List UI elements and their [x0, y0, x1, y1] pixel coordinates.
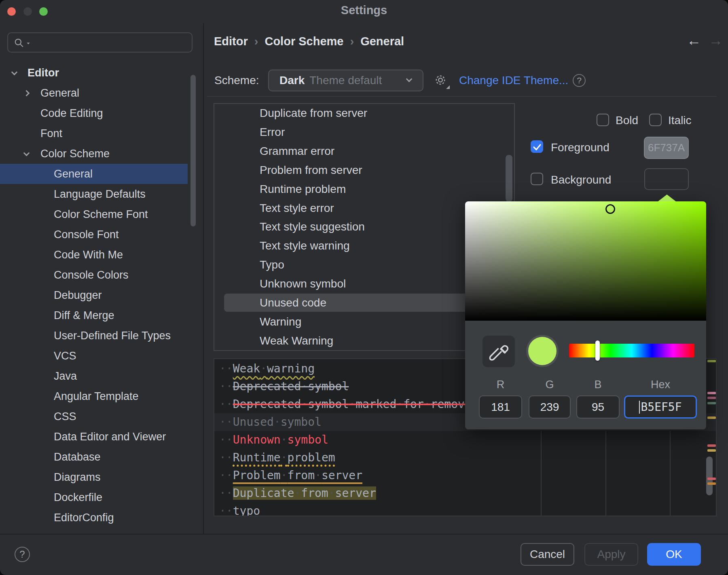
scheme-value-suffix: Theme default — [309, 74, 382, 87]
sidebar-item-general[interactable]: General — [0, 83, 188, 103]
sidebar-item-data-editor-and-viewer[interactable]: Data Editor and Viewer — [0, 427, 188, 447]
sidebar-item-language-defaults[interactable]: Language Defaults — [0, 184, 188, 204]
cancel-button[interactable]: Cancel — [521, 543, 574, 566]
sidebar-item-console-font[interactable]: Console Font — [0, 224, 188, 245]
attribute-label: Typo — [214, 258, 284, 271]
blue-input[interactable]: 95 — [576, 395, 620, 419]
hue-slider[interactable] — [569, 344, 694, 357]
eyedropper-icon — [483, 336, 515, 367]
attribute-label: Problem from server — [214, 164, 362, 177]
attribute-label: Text style warning — [214, 239, 350, 252]
breadcrumb-item[interactable]: Color Scheme — [265, 35, 343, 48]
bold-checkbox[interactable] — [597, 114, 609, 126]
error-stripe-mark — [707, 392, 716, 394]
sidebar-item-editor[interactable]: Editor — [0, 63, 188, 83]
chevron-right-icon[interactable] — [23, 90, 30, 96]
change-ide-theme-link[interactable]: Change IDE Theme... — [459, 74, 568, 87]
breadcrumb-separator-icon: › — [254, 35, 258, 48]
sidebar-item-label: General — [54, 168, 93, 180]
attribute-list-scrollbar[interactable] — [506, 155, 512, 202]
foreground-label: Foreground — [551, 141, 609, 154]
attribute-row-duplicate-from-server[interactable]: Duplicate from server — [214, 104, 514, 123]
preview-line-runtime[interactable]: ··Runtime·problem — [214, 449, 716, 467]
sidebar-item-database[interactable]: Database — [0, 447, 188, 467]
sidebar-item-color-scheme-font[interactable]: Color Scheme Font — [0, 204, 188, 224]
hex-input[interactable]: B5EF5F — [624, 395, 697, 419]
hue-slider-handle[interactable] — [595, 340, 600, 361]
sidebar-item-editorconfig[interactable]: EditorConfig — [0, 507, 188, 528]
attribute-row-runtime-problem[interactable]: Runtime problem — [214, 180, 514, 199]
scheme-dropdown[interactable]: Dark Theme default — [268, 70, 423, 91]
sidebar-item-color-scheme[interactable]: Color Scheme — [0, 144, 188, 164]
sidebar-item-dockerfile[interactable]: Dockerfile — [0, 487, 188, 507]
attribute-row-error[interactable]: Error — [214, 123, 514, 142]
apply-button[interactable]: Apply — [584, 543, 638, 566]
breadcrumb-item[interactable]: Editor — [214, 35, 248, 48]
preview-scrollbar[interactable] — [706, 457, 713, 495]
sidebar-item-vcs[interactable]: VCS — [0, 346, 188, 366]
sidebar-item-font[interactable]: Font — [0, 123, 188, 144]
color-selector-cursor[interactable] — [605, 204, 615, 214]
red-input[interactable]: 181 — [479, 395, 522, 419]
chevron-down-icon[interactable] — [23, 150, 30, 156]
gear-dropdown-indicator-icon — [446, 85, 450, 89]
sidebar-item-code-with-me[interactable]: Code With Me — [0, 245, 188, 265]
settings-tree: EditorGeneralCode EditingFontColor Schem… — [0, 63, 203, 528]
sidebar-item-diff-merge[interactable]: Diff & Merge — [0, 305, 188, 326]
sidebar-item-angular-template[interactable]: Angular Template — [0, 386, 188, 406]
sidebar-item-user-defined-file-types[interactable]: User-Defined File Types — [0, 326, 188, 346]
breadcrumb-separator-icon: › — [350, 35, 354, 48]
breadcrumb-item[interactable]: General — [360, 35, 404, 48]
error-stripe-mark — [707, 360, 716, 362]
hex-label: Hex — [624, 378, 697, 391]
italic-checkbox[interactable] — [649, 114, 662, 126]
sidebar-item-label: Database — [54, 451, 101, 463]
chevron-down-icon — [406, 76, 413, 82]
help-button[interactable]: ? — [15, 547, 30, 562]
sidebar-item-java[interactable]: Java — [0, 366, 188, 386]
foreground-checkbox[interactable] — [531, 140, 543, 153]
preview-line-problem-server[interactable]: ··Problem·from·server — [214, 467, 716, 484]
foreground-color-swatch[interactable]: 6F737A — [644, 137, 689, 159]
preview-text: typo — [233, 504, 260, 516]
error-stripe-mark — [707, 397, 716, 399]
background-color-swatch[interactable] — [644, 168, 689, 190]
preview-line-typo[interactable]: ··typo — [214, 502, 716, 516]
sidebar-item-console-colors[interactable]: Console Colors — [0, 265, 188, 285]
back-arrow-button[interactable]: ← — [687, 33, 701, 48]
preview-line-duplicate-server[interactable]: ··Duplicate·from·server — [214, 484, 716, 502]
whitespace-dots: ·· — [219, 380, 233, 393]
ok-button[interactable]: OK — [647, 543, 701, 566]
error-stripe-mark — [707, 449, 716, 452]
sidebar-item-diagrams[interactable]: Diagrams — [0, 467, 188, 487]
scheme-actions-button[interactable] — [434, 73, 451, 89]
sidebar-item-label: CSS — [54, 410, 76, 423]
sidebar-divider — [203, 23, 204, 534]
scheme-help-icon[interactable]: ? — [573, 74, 586, 87]
sidebar-item-label: Color Scheme — [40, 148, 110, 160]
sidebar-item-label: Diagrams — [54, 471, 101, 484]
checkmark-icon — [532, 142, 542, 152]
sidebar-item-general[interactable]: General — [0, 164, 188, 184]
sidebar-item-code-editing[interactable]: Code Editing — [0, 103, 188, 123]
search-icon — [14, 38, 24, 48]
error-stripe-mark — [707, 416, 716, 419]
preview-line-unknown[interactable]: ··Unknown·symbol — [214, 431, 716, 449]
search-input[interactable] — [7, 32, 193, 53]
eyedropper-button[interactable] — [483, 336, 515, 367]
attribute-row-problem-from-server[interactable]: Problem from server — [214, 161, 514, 180]
background-checkbox[interactable] — [531, 173, 543, 185]
header-separator — [207, 96, 717, 97]
sidebar-item-debugger[interactable]: Debugger — [0, 285, 188, 305]
whitespace-dots: ·· — [219, 397, 233, 411]
saturation-brightness-area[interactable] — [465, 201, 706, 321]
sidebar-item-css[interactable]: CSS — [0, 406, 188, 427]
attribute-row-grammar-error[interactable]: Grammar error — [214, 142, 514, 161]
preview-text: Unused·symbol — [233, 415, 322, 429]
sidebar-item-label: Diff & Merge — [54, 309, 114, 322]
sidebar-scrollbar[interactable] — [190, 75, 196, 226]
sidebar-item-label: Java — [54, 370, 77, 383]
forward-arrow-button[interactable]: → — [709, 33, 723, 48]
green-input[interactable]: 239 — [529, 395, 571, 419]
chevron-down-icon[interactable] — [11, 69, 18, 75]
